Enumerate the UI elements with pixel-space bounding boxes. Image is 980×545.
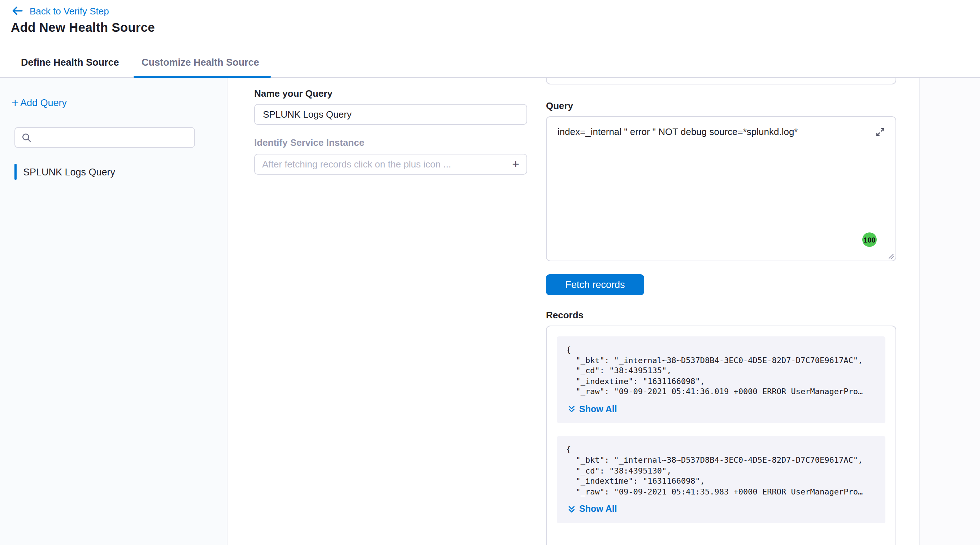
record-json-line: "_indextime": "1631166098", xyxy=(566,377,876,387)
service-instance-input[interactable] xyxy=(262,159,508,170)
record-json-line: "_raw": "09-09-2021 05:41:36.019 +0000 E… xyxy=(566,387,876,398)
double-chevron-down-icon xyxy=(568,505,576,513)
records-panel: { "_bkt": "_internal~38~D537D8B4-3EC0-4D… xyxy=(546,326,896,545)
page: Back to Verify Step Add New Health Sourc… xyxy=(0,0,980,545)
tab-customize-health-source[interactable]: Customize Health Source xyxy=(142,47,259,77)
page-title: Add New Health Source xyxy=(11,20,155,35)
query-sidebar: + Add Query SPLUNK Logs Query xyxy=(0,78,228,545)
add-query-label: Add Query xyxy=(20,97,67,108)
record-json-line: "_raw": "09-09-2021 05:41:35.983 +0000 E… xyxy=(566,487,876,498)
sidebar-item-splunk-logs-query[interactable]: SPLUNK Logs Query xyxy=(14,164,115,180)
query-editor: index=_internal " error " NOT debug sour… xyxy=(546,116,896,261)
record-count-badge: 100 xyxy=(862,232,877,247)
fetch-records-button[interactable]: Fetch records xyxy=(546,274,644,295)
records-label: Records xyxy=(546,310,584,321)
search-input[interactable] xyxy=(36,132,188,143)
search-icon xyxy=(22,133,31,142)
query-item-label: SPLUNK Logs Query xyxy=(23,166,115,177)
record-card: { "_bkt": "_internal~38~D537D8B4-3EC0-4D… xyxy=(557,336,885,423)
right-gutter xyxy=(920,78,980,545)
clipped-input-above[interactable] xyxy=(546,78,896,84)
back-arrow-icon[interactable] xyxy=(11,5,23,17)
add-query-button[interactable]: + Add Query xyxy=(11,97,67,109)
back-button[interactable]: Back to Verify Step xyxy=(11,4,109,17)
record-json-line: { xyxy=(566,445,876,456)
query-textarea[interactable]: index=_internal " error " NOT debug sour… xyxy=(547,117,896,261)
show-all-button[interactable]: Show All xyxy=(568,504,617,514)
query-search-box xyxy=(14,127,195,148)
record-json-line: "_cd": "38:4395135", xyxy=(566,366,876,377)
record-json-line: "_bkt": "_internal~38~D537D8B4-3EC0-4D5E… xyxy=(566,456,876,466)
tab-bar: Define Health Source Customize Health So… xyxy=(0,47,980,78)
query-label: Query xyxy=(546,100,573,111)
double-chevron-down-icon xyxy=(568,405,576,413)
record-json-line: "_bkt": "_internal~38~D537D8B4-3EC0-4D5E… xyxy=(566,356,876,366)
add-service-instance-plus-icon[interactable]: + xyxy=(508,158,519,170)
record-card: { "_bkt": "_internal~38~D537D8B4-3EC0-4D… xyxy=(557,436,885,523)
tab-define-health-source[interactable]: Define Health Source xyxy=(21,47,119,77)
resize-grip-icon[interactable] xyxy=(887,252,894,259)
record-json-line: "_cd": "38:4395130", xyxy=(566,466,876,477)
identify-service-instance-label: Identify Service Instance xyxy=(254,137,364,148)
selected-indicator xyxy=(14,164,17,180)
show-all-label: Show All xyxy=(579,404,617,414)
record-json-line: "_indextime": "1631166098", xyxy=(566,477,876,487)
show-all-label: Show All xyxy=(579,504,617,514)
record-json-line: { xyxy=(566,345,876,356)
show-all-button[interactable]: Show All xyxy=(568,404,617,414)
plus-icon: + xyxy=(11,97,19,109)
service-instance-field: + xyxy=(254,154,527,175)
back-link[interactable]: Back to Verify Step xyxy=(30,5,109,16)
query-name-input[interactable] xyxy=(254,104,527,125)
expand-query-button[interactable] xyxy=(871,123,890,141)
content-area: + Add Query SPLUNK Logs Query Name your … xyxy=(0,78,980,545)
name-your-query-label: Name your Query xyxy=(254,88,332,99)
